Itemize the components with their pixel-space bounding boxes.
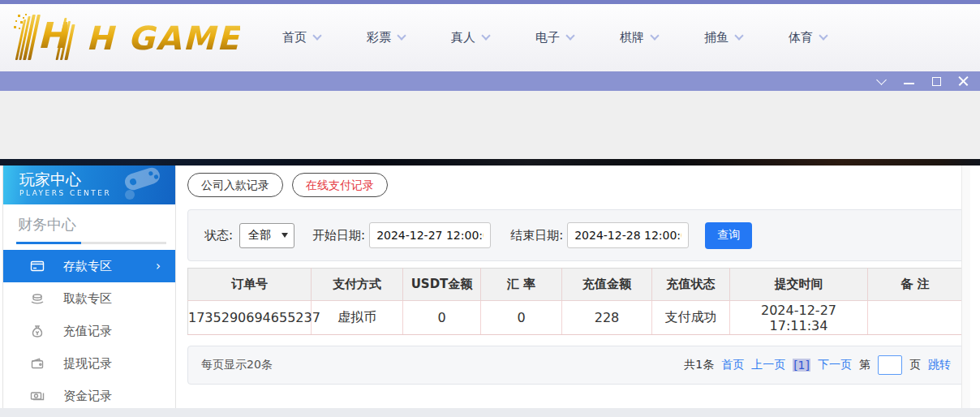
banknotes-icon — [30, 389, 45, 403]
sidebar-item-label: 充值记录 — [63, 324, 112, 339]
window-maximize-button[interactable] — [931, 75, 942, 87]
chevron-right-icon: › — [156, 259, 161, 273]
nav-item-slots[interactable]: 电子 — [535, 30, 574, 45]
page-suffix-label: 页 — [909, 358, 921, 372]
cell-usdt-amount: 0 — [403, 301, 481, 335]
pagination-bar: 每页显示20条 共1条 首页 上一页 [1] 下一页 第 页 跳转 — [187, 346, 965, 385]
sidebar-item-label: 取款专区 — [63, 291, 112, 307]
status-label: 状态: — [204, 228, 233, 243]
minimize-icon — [904, 83, 914, 84]
chevron-down-icon — [312, 31, 321, 40]
col-recharge-status: 充值状态 — [652, 269, 730, 301]
tab-online-payment-records[interactable]: 在线支付记录 — [292, 173, 388, 197]
window-collapse-button[interactable] — [875, 75, 887, 87]
logo-text: H GAME — [86, 19, 240, 57]
deposit-card-icon — [30, 259, 45, 273]
sidebar-menu: 存款专区 › 取款专区 充值记录 提现记录 — [3, 250, 175, 412]
col-exchange-rate: 汇 率 — [481, 269, 562, 301]
sidebar-item-withdraw[interactable]: 取款专区 — [3, 282, 175, 315]
nav-item-sports[interactable]: 体育 — [789, 30, 827, 45]
logo-h-glyph: H — [37, 15, 67, 56]
nav-item-live[interactable]: 真人 — [451, 30, 489, 45]
col-recharge-amount: 充值金额 — [562, 269, 652, 301]
window-close-button[interactable] — [958, 75, 969, 87]
dark-divider-strip — [0, 159, 980, 166]
col-usdt-amount: USDT金额 — [403, 269, 481, 301]
cell-exchange-rate: 0 — [481, 301, 562, 335]
wallet-icon — [30, 356, 45, 371]
chevron-down-icon — [734, 31, 743, 40]
chevron-down-icon — [565, 31, 574, 40]
end-date-input[interactable] — [567, 222, 689, 248]
money-bag-icon — [30, 324, 45, 338]
sidebar-item-label: 存款专区 — [63, 259, 112, 274]
scrollbar-track[interactable] — [961, 166, 970, 408]
query-button[interactable]: 查询 — [705, 222, 752, 249]
sidebar-item-fund-records[interactable]: 资金记录 — [3, 380, 175, 412]
sidebar-item-label: 提现记录 — [63, 356, 112, 372]
next-page-link[interactable]: 下一页 — [818, 358, 852, 372]
window-titlebar — [0, 71, 980, 91]
banner-placeholder — [0, 91, 980, 159]
end-date-label: 结束日期: — [510, 228, 563, 243]
sidebar-section-title: 财务中心 — [18, 215, 175, 234]
total-count-text: 共1条 — [684, 358, 714, 372]
chevron-down-icon — [650, 31, 659, 40]
jump-link[interactable]: 跳转 — [928, 358, 951, 372]
maximize-icon — [932, 77, 941, 86]
cell-order-number: 1735290694655237 — [188, 301, 312, 335]
sidebar-section-underline — [16, 242, 166, 244]
cell-recharge-status: 支付成功 — [652, 301, 730, 335]
nav-item-chess[interactable]: 棋牌 — [620, 30, 658, 45]
hand-coins-icon — [30, 291, 45, 306]
chevron-down-icon — [282, 233, 288, 238]
first-page-link[interactable]: 首页 — [721, 358, 744, 372]
nav-item-lottery[interactable]: 彩票 — [367, 30, 405, 45]
chevron-down-icon — [481, 31, 490, 40]
cell-remark — [868, 301, 963, 335]
chevron-down-icon — [397, 31, 406, 40]
col-payment-method: 支付方式 — [312, 269, 403, 301]
content-area: 玩家中心 PLAYERS CENTER 财务中心 存款专区 › — [0, 166, 980, 408]
col-order-number: 订单号 — [188, 269, 312, 301]
status-select[interactable]: 全部 — [239, 223, 294, 248]
page-prefix-label: 第 — [859, 358, 870, 372]
prev-page-link[interactable]: 上一页 — [751, 358, 785, 372]
logo-mark: H — [13, 13, 83, 63]
sidebar: 玩家中心 PLAYERS CENTER 财务中心 存款专区 › — [2, 166, 176, 408]
gamepad-icon — [118, 167, 169, 201]
cell-recharge-amount: 228 — [562, 301, 652, 335]
cell-submit-time: 2024-12-27 17:11:34 — [730, 301, 868, 335]
page-jump-input[interactable] — [878, 355, 902, 375]
nav-item-home[interactable]: 首页 — [282, 30, 320, 45]
sidebar-item-recharge-records[interactable]: 充值记录 — [3, 315, 175, 347]
table-row: 1735290694655237 虚拟币 0 0 228 支付成功 2024-1… — [188, 301, 963, 335]
cell-payment-method: 虚拟币 — [312, 301, 403, 335]
main-nav: 首页 彩票 真人 电子 棋牌 捕鱼 体育 — [282, 30, 827, 45]
chevron-down-icon — [819, 31, 827, 40]
bottom-edge-strip — [0, 408, 980, 417]
table-header-row: 订单号 支付方式 USDT金额 汇 率 充值金额 充值状态 提交时间 备 注 — [188, 269, 963, 301]
start-date-input[interactable] — [369, 222, 491, 248]
filter-panel: 状态: 全部 开始日期: 结束日期: 查询 — [187, 209, 965, 261]
main-panel: 公司入款记录 在线支付记录 状态: 全部 开始日期: 结束日期: 查询 — [177, 166, 970, 408]
sidebar-item-deposit[interactable]: 存款专区 › — [3, 250, 175, 282]
page-size-text: 每页显示20条 — [201, 358, 273, 372]
status-select-value: 全部 — [248, 228, 271, 243]
pagination-controls: 共1条 首页 上一页 [1] 下一页 第 页 跳转 — [684, 355, 951, 375]
start-date-label: 开始日期: — [312, 228, 365, 243]
sidebar-item-label: 资金记录 — [63, 389, 112, 404]
site-logo[interactable]: H H GAME — [13, 10, 248, 67]
col-submit-time: 提交时间 — [730, 269, 868, 301]
window-minimize-button[interactable] — [903, 75, 914, 87]
sidebar-item-withdrawal-records[interactable]: 提现记录 — [3, 347, 175, 380]
nav-item-fishing[interactable]: 捕鱼 — [704, 30, 742, 45]
payment-records-table: 订单号 支付方式 USDT金额 汇 率 充值金额 充值状态 提交时间 备 注 1… — [187, 268, 963, 335]
col-remark: 备 注 — [868, 269, 963, 301]
site-header: H H GAME 首页 彩票 真人 电子 棋牌 捕鱼 体育 — [0, 4, 980, 71]
players-center-header[interactable]: 玩家中心 PLAYERS CENTER — [3, 166, 175, 204]
tab-company-deposit-records[interactable]: 公司入款记录 — [187, 173, 283, 197]
current-page-indicator: [1] — [793, 359, 810, 372]
chevron-down-icon — [876, 75, 887, 85]
record-tabs: 公司入款记录 在线支付记录 — [187, 173, 388, 197]
